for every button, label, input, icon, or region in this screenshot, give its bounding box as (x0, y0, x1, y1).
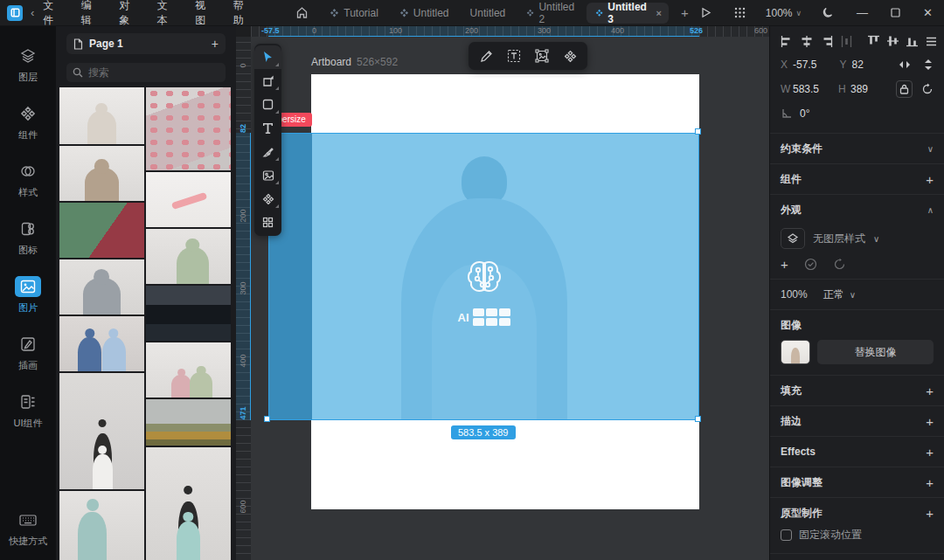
fix-scroll-checkbox[interactable] (781, 529, 792, 541)
replace-image-button[interactable]: 替换图像 (817, 340, 934, 364)
blend-mode-select[interactable]: 正常 ∨ (823, 287, 856, 302)
x-input[interactable]: -57.5 (793, 59, 838, 71)
add-style-button[interactable]: + (781, 257, 788, 272)
library-image-couple-sitting-at-table[interactable] (146, 342, 231, 398)
height-input[interactable]: 389 (850, 83, 896, 95)
home-button[interactable] (295, 6, 309, 19)
pencil-tool[interactable] (474, 45, 498, 67)
theme-toggle-button[interactable] (810, 7, 845, 19)
app-logo[interactable] (7, 5, 23, 21)
align-horizontal-center-button[interactable] (801, 36, 813, 47)
maximize-button[interactable] (879, 8, 912, 17)
add-prototype-button[interactable]: + (926, 506, 934, 521)
add-page-button[interactable]: + (212, 37, 219, 51)
sidebar-item-ui-kit[interactable]: UI组件 (0, 391, 56, 430)
search-box[interactable] (66, 63, 226, 82)
align-bottom-button[interactable] (906, 35, 918, 47)
sidebar-item-images[interactable]: 图片 (0, 276, 56, 315)
stroke-header[interactable]: 描边 + (781, 406, 934, 436)
close-tab-icon[interactable]: × (656, 8, 662, 18)
tab-untitled[interactable]: Untitled (460, 0, 517, 26)
selection-handle-bottom-left[interactable] (264, 416, 270, 422)
image-thumbnail[interactable] (781, 340, 810, 364)
image-tool[interactable] (254, 163, 281, 187)
sidebar-item-illustration[interactable]: 插画 (0, 334, 56, 372)
vertical-ruler[interactable]: 082200300400471600 (236, 26, 251, 560)
constraints-header[interactable]: 约束条件 ∨ (781, 134, 934, 163)
minimize-button[interactable]: — (845, 6, 879, 19)
fill-header[interactable]: 填充 + (781, 376, 934, 405)
component-tool[interactable] (254, 187, 281, 211)
menu-item-4[interactable]: 视图 (195, 0, 213, 28)
rotation-input[interactable]: 0° (800, 107, 845, 120)
selection-handle-bottom-right[interactable] (695, 416, 701, 422)
canvas-area[interactable]: Artboard526×592 supersize AI (251, 26, 769, 560)
align-right-button[interactable] (821, 36, 833, 47)
library-image-female-doctor-holding-orange[interactable] (59, 87, 144, 144)
tab-untitled[interactable]: Untitled (389, 0, 460, 26)
library-image-mountain-landscape-with-church[interactable] (146, 399, 231, 446)
layer-style-row[interactable]: 无图层样式 ∨ (781, 225, 934, 252)
rotate-button[interactable] (921, 83, 934, 95)
menu-item-3[interactable]: 文本 (157, 0, 176, 28)
menu-item-1[interactable]: 编辑 (81, 0, 100, 28)
add-fill-button[interactable]: + (926, 384, 934, 398)
library-image-woman-standing-profile[interactable] (59, 373, 144, 489)
sidebar-item-shortcuts[interactable]: 快捷方式 (0, 509, 56, 548)
add-component-button[interactable]: + (926, 172, 934, 187)
flip-vertical-button[interactable] (923, 59, 934, 71)
menu-item-0[interactable]: 文件 (43, 0, 61, 28)
menu-item-2[interactable]: 对象 (119, 0, 137, 28)
sidebar-item-layers[interactable]: 图层 (0, 45, 56, 84)
align-left-button[interactable] (781, 36, 793, 47)
new-tab-button[interactable]: + (681, 5, 689, 20)
image-adjust-header[interactable]: 图像调整 + (781, 467, 934, 497)
artboard-label[interactable]: Artboard526×592 (311, 56, 398, 68)
text-insert-tool[interactable] (502, 45, 526, 67)
add-image-adjust-button[interactable]: + (926, 475, 934, 490)
distribute-horizontal-button[interactable] (841, 36, 852, 47)
opacity-input[interactable]: 100% (781, 288, 808, 301)
align-vertical-center-button[interactable] (887, 35, 899, 47)
effects-header[interactable]: Effects + (781, 437, 934, 467)
zoom-control[interactable]: 100% ∨ (757, 7, 810, 19)
component-header[interactable]: 组件 + (781, 164, 934, 194)
layout-grid-tool[interactable] (254, 211, 281, 234)
sidebar-item-icons[interactable]: 图标 (0, 218, 56, 257)
sidebar-item-styles[interactable]: 样式 (0, 161, 56, 199)
pen-tool[interactable] (254, 140, 281, 163)
add-stroke-button[interactable]: + (926, 414, 934, 429)
reset-style-button[interactable] (833, 258, 846, 271)
image-insert-tool[interactable] (530, 45, 554, 67)
flip-horizontal-button[interactable] (899, 59, 911, 70)
align-top-button[interactable] (868, 35, 879, 47)
library-image-two-grooms-in-suits[interactable] (59, 316, 144, 371)
library-image-pink-device-on-white[interactable] (146, 172, 231, 227)
menu-item-5[interactable]: 帮助 (233, 0, 252, 28)
selection-handle-top-right[interactable] (695, 128, 701, 135)
library-image-woman-in-green-dress-gesturing[interactable] (146, 229, 231, 284)
tab-tutorial[interactable]: Tutorial (319, 0, 389, 26)
rectangle-tool[interactable] (254, 93, 281, 116)
horizontal-ruler[interactable]: -57.50100200300400526600 (251, 26, 769, 37)
library-image-woman-running-sportswear[interactable] (59, 491, 144, 560)
library-image-pink-pills-blister-pack[interactable] (146, 87, 231, 170)
width-input[interactable]: 583.5 (793, 83, 838, 95)
library-image-tennis-court[interactable] (59, 203, 144, 258)
page-selector[interactable]: Page 1 + (66, 33, 226, 54)
sidebar-item-components[interactable]: 组件 (0, 103, 56, 142)
frame-tool[interactable] (254, 69, 281, 93)
export-header[interactable]: 导出 + (781, 554, 934, 560)
add-effect-button[interactable]: + (926, 445, 934, 460)
component-insert-tool[interactable] (558, 45, 582, 67)
apply-style-button[interactable] (804, 258, 817, 271)
more-align-options-button[interactable] (926, 37, 937, 46)
back-button[interactable]: ‹ (31, 6, 34, 19)
library-image-woman-stretching-sportswear[interactable] (146, 447, 231, 560)
move-tool[interactable] (254, 45, 281, 69)
selected-image-layer[interactable]: AI (268, 133, 699, 420)
close-window-button[interactable]: ✕ (912, 6, 944, 19)
constrain-proportions-toggle[interactable] (896, 80, 913, 98)
library-image-man-in-beige-suit-at-desk[interactable] (59, 146, 144, 201)
tab-untitled-2[interactable]: Untitled 2 (516, 0, 587, 26)
